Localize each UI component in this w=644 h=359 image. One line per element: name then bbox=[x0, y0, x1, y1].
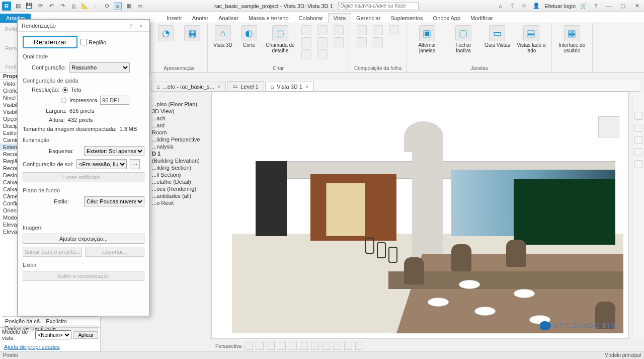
tab-inserir[interactable]: Inserir bbox=[162, 14, 187, 23]
view-canvas[interactable]: UTILIZANDO BIM bbox=[232, 112, 623, 333]
small-btn-8[interactable] bbox=[334, 37, 344, 47]
apply-button[interactable]: Aplicar bbox=[73, 331, 98, 339]
browser-item[interactable]: 3D View) bbox=[151, 108, 211, 115]
nav-zoom-icon[interactable] bbox=[634, 136, 642, 144]
nav-wheel-icon[interactable] bbox=[634, 112, 642, 120]
render-button[interactable]: ◔ bbox=[156, 25, 176, 42]
screen-radio[interactable] bbox=[62, 87, 68, 93]
switch-windows-button[interactable]: ▣Alternar janelas bbox=[412, 25, 442, 53]
doc-tab-project[interactable]: ⌂ ...eto - rac_basic_s... × bbox=[151, 82, 226, 91]
small-btn-3[interactable] bbox=[301, 49, 311, 59]
nav-orbit-icon[interactable] bbox=[634, 148, 642, 156]
vc-detail-icon[interactable] bbox=[256, 342, 264, 350]
open-icon[interactable]: ▤ bbox=[14, 2, 22, 10]
dialog-close-button[interactable]: × bbox=[136, 23, 145, 29]
render-button[interactable]: Renderizar bbox=[23, 36, 77, 48]
background-style-select[interactable]: Céu: Poucas nuvens bbox=[84, 196, 144, 206]
tab-views-button[interactable]: ▭Guia Vistas bbox=[485, 25, 510, 48]
tab-gerenciar[interactable]: Gerenciar bbox=[351, 14, 385, 23]
sync-icon[interactable]: ⟳ bbox=[36, 2, 44, 10]
small-btn-6[interactable] bbox=[317, 49, 328, 59]
scheme-select[interactable]: Exterior: Sol apenas bbox=[84, 146, 144, 156]
close-inactive-button[interactable]: ▢Fechar Inativa bbox=[448, 25, 478, 53]
sun-select[interactable]: <Em-sessão, iluminação> bbox=[76, 159, 127, 169]
vc-reveal-icon[interactable] bbox=[355, 342, 363, 350]
small-btn-7[interactable] bbox=[334, 25, 344, 35]
maximize-button[interactable]: ▢ bbox=[618, 3, 628, 9]
close-tab-icon[interactable]: × bbox=[217, 84, 220, 90]
doc-tab-vista3d1[interactable]: ⌂ Vista 3D 1 × bbox=[265, 82, 314, 91]
tile-views-button[interactable]: ▤Vistas lado a lado bbox=[516, 25, 546, 53]
tab-anotar[interactable]: Anotar bbox=[187, 14, 213, 23]
vc-style-icon[interactable] bbox=[267, 342, 275, 350]
vista3d-button[interactable]: ⌂Vista 3D bbox=[213, 25, 233, 48]
nav-back-icon[interactable]: ⊙ bbox=[103, 2, 111, 10]
browser-item[interactable]: ...ach bbox=[151, 115, 211, 122]
measure-icon[interactable]: 📐 bbox=[80, 2, 89, 10]
browser-item[interactable]: Room bbox=[151, 129, 211, 136]
star-icon[interactable]: ☆ bbox=[520, 2, 528, 10]
keyshot-icon[interactable]: ⌂ bbox=[496, 2, 504, 10]
tab-vista[interactable]: Vista bbox=[328, 13, 351, 23]
nav-pan-icon[interactable] bbox=[634, 124, 642, 132]
view-model-select[interactable]: <Nenhum> bbox=[35, 330, 71, 339]
browser-item[interactable]: ...o Revit bbox=[151, 199, 211, 206]
browser-item[interactable]: ...ll Section) bbox=[151, 171, 211, 178]
browser-item[interactable]: ...antidades (all) bbox=[151, 192, 211, 199]
browser-item[interactable]: ...ilding Perspective bbox=[151, 136, 211, 143]
tab-suplementos[interactable]: Suplementos bbox=[385, 14, 428, 23]
viewcube[interactable] bbox=[598, 116, 619, 137]
vc-render-icon[interactable] bbox=[300, 342, 308, 350]
thin-lines-icon[interactable]: ≡ bbox=[114, 2, 122, 10]
tab-onbox[interactable]: Onbox App bbox=[428, 14, 465, 23]
browser-item[interactable]: D 1 bbox=[151, 150, 211, 157]
properties-help-link[interactable]: Ajuda de propriedades bbox=[2, 343, 62, 351]
vc-scale-icon[interactable] bbox=[245, 342, 253, 350]
vc-crop2-icon[interactable] bbox=[322, 342, 330, 350]
small-btn-4[interactable] bbox=[317, 25, 328, 35]
browser-item[interactable]: ...ard bbox=[151, 122, 211, 129]
sheet-btn-4[interactable] bbox=[373, 37, 383, 47]
close-button[interactable]: ✕ bbox=[632, 3, 642, 9]
browser-item[interactable]: ...piso (Floor Plan) bbox=[151, 101, 211, 108]
search-box[interactable] bbox=[338, 2, 419, 10]
nav-look-icon[interactable] bbox=[634, 160, 642, 168]
tab-analisar[interactable]: Analisar bbox=[213, 14, 244, 23]
redo-icon[interactable]: ↷ bbox=[58, 2, 66, 10]
save-icon[interactable]: 💾 bbox=[25, 2, 33, 10]
sheet-btn-3[interactable] bbox=[373, 25, 383, 35]
browser-item[interactable]: ...ilding Section) bbox=[151, 164, 211, 171]
undo-icon[interactable]: ↶ bbox=[47, 2, 55, 10]
small-btn-5[interactable] bbox=[317, 37, 328, 47]
browser-item[interactable]: (Building Elevation) bbox=[151, 157, 211, 164]
minimize-button[interactable]: — bbox=[604, 3, 614, 9]
sheet-btn-2[interactable] bbox=[357, 37, 367, 47]
tab-colaborar[interactable]: Colaborar bbox=[294, 14, 328, 23]
gallery-button[interactable]: ▦ bbox=[182, 25, 202, 41]
login-text[interactable]: Efetuar login bbox=[544, 3, 576, 9]
small-btn-1[interactable] bbox=[301, 25, 311, 35]
sun-settings-button[interactable]: … bbox=[130, 159, 140, 169]
user-icon[interactable]: 👤 bbox=[532, 2, 540, 10]
browser-item[interactable]: ...etalhe (Detail) bbox=[151, 178, 211, 185]
printer-radio[interactable] bbox=[61, 98, 66, 103]
sheet-btn-5[interactable] bbox=[389, 25, 399, 35]
corte-button[interactable]: ◐Corte bbox=[239, 25, 259, 48]
callout-button[interactable]: ◌Chamada de detalhe bbox=[265, 25, 295, 53]
tab-modificar[interactable]: Modificar bbox=[465, 14, 498, 23]
vc-lock-icon[interactable] bbox=[333, 342, 341, 350]
print-icon[interactable]: ⎙ bbox=[69, 2, 77, 10]
dialog-help-icon[interactable]: ? bbox=[129, 23, 132, 29]
vc-sun-icon[interactable] bbox=[278, 342, 286, 350]
share-icon[interactable]: ⇪ bbox=[508, 2, 516, 10]
sheet-btn-1[interactable] bbox=[357, 25, 367, 35]
ui-button[interactable]: ▦Interface do usuário bbox=[557, 25, 587, 53]
browser-item[interactable]: ...ões (Rendering) bbox=[151, 185, 211, 192]
browser-item[interactable]: ...nalysis bbox=[151, 143, 211, 150]
vc-crop-icon[interactable] bbox=[311, 342, 319, 350]
vc-temp-icon[interactable] bbox=[344, 342, 352, 350]
search-input[interactable] bbox=[338, 2, 419, 10]
adjust-exposure-button[interactable]: Ajustar exposição... bbox=[23, 234, 144, 244]
close-tab-icon[interactable]: × bbox=[305, 84, 308, 90]
cart-icon[interactable]: 🛒 bbox=[580, 2, 588, 10]
